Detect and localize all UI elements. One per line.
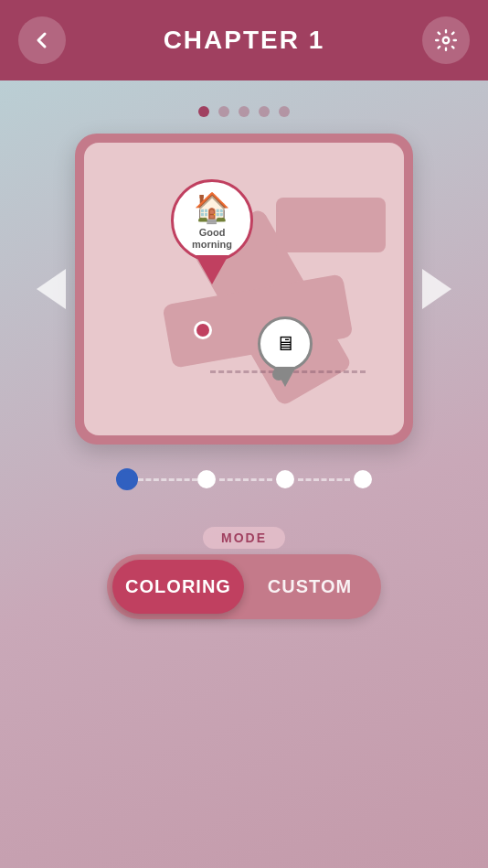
computer-pin: 🖥 [258,316,313,371]
coloring-button[interactable]: COLORING [112,560,244,614]
house-pin-bubble: 🏠 Goodmorning [171,179,253,262]
mode-toggle: COLORING CUSTOM [107,554,381,619]
dot-1 [198,106,209,117]
page-title: CHAPTER 1 [164,26,325,55]
custom-button[interactable]: CUSTOM [244,560,376,614]
back-icon [31,29,53,51]
progress-slider[interactable] [116,477,372,481]
next-button[interactable] [413,260,461,318]
header: CHAPTER 1 [0,0,488,80]
map-card: 🏠 Goodmorning 🖥 [75,134,413,445]
slider-dot-3[interactable] [276,470,294,488]
map-section: 🏠 Goodmorning 🖥 [0,134,488,445]
settings-button[interactable] [422,16,470,64]
next-arrow-icon [422,269,451,309]
computer-pin-bubble: 🖥 [258,316,313,371]
prev-arrow-icon [37,269,66,309]
dot-3 [239,106,249,117]
slider-spacer-1 [138,478,197,481]
dot-2 [218,106,229,117]
dot-5 [279,106,290,117]
slider-dot-4[interactable] [354,470,372,488]
map-road-3 [276,198,386,252]
house-pin: 🏠 Goodmorning [171,179,253,262]
map-dot-pink [194,321,212,339]
house-icon: 🏠 [194,190,230,225]
slider-track [116,477,372,481]
slider-spacer-3 [294,478,354,481]
mode-label: MODE [203,527,285,549]
computer-icon: 🖥 [275,332,295,356]
slider-dot-1[interactable] [116,468,138,490]
mode-section: MODE COLORING CUSTOM [107,527,381,619]
dot-4 [259,106,270,117]
slider-dot-2[interactable] [197,470,216,488]
map-inner: 🏠 Goodmorning 🖥 [84,143,404,435]
settings-icon [434,28,458,52]
svg-point-0 [443,38,450,44]
prev-button[interactable] [27,260,75,318]
house-pin-label: Goodmorning [192,227,232,251]
back-button[interactable] [18,16,66,64]
page-dots [198,106,290,117]
slider-spacer-2 [216,478,275,481]
